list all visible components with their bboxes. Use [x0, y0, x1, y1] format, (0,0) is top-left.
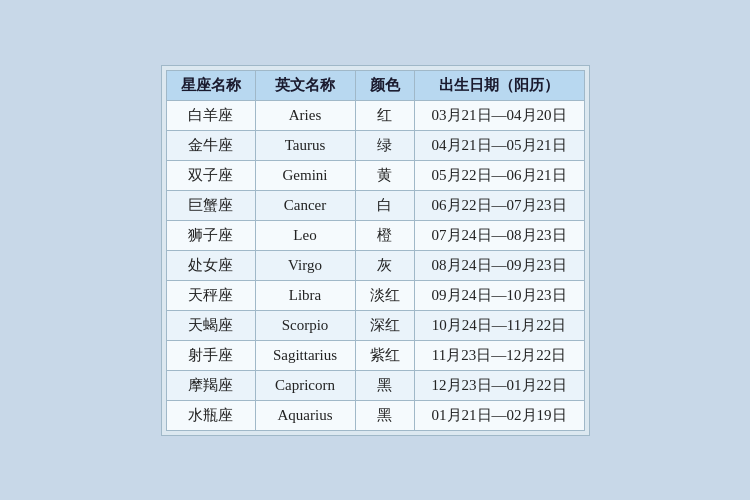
dates-cell: 01月21日—02月19日 [414, 400, 584, 430]
chinese-name-cell: 天秤座 [166, 280, 255, 310]
english-name-cell: Gemini [255, 160, 355, 190]
color-cell: 白 [355, 190, 414, 220]
table-row: 巨蟹座Cancer白06月22日—07月23日 [166, 190, 584, 220]
chinese-name-cell: 狮子座 [166, 220, 255, 250]
table-row: 天秤座Libra淡红09月24日—10月23日 [166, 280, 584, 310]
zodiac-table-container: 星座名称 英文名称 颜色 出生日期（阳历） 白羊座Aries红03月21日—04… [161, 65, 590, 436]
color-cell: 红 [355, 100, 414, 130]
dates-cell: 07月24日—08月23日 [414, 220, 584, 250]
table-body: 白羊座Aries红03月21日—04月20日金牛座Taurus绿04月21日—0… [166, 100, 584, 430]
dates-cell: 06月22日—07月23日 [414, 190, 584, 220]
english-name-cell: Taurus [255, 130, 355, 160]
chinese-name-cell: 处女座 [166, 250, 255, 280]
english-name-cell: Libra [255, 280, 355, 310]
zodiac-table: 星座名称 英文名称 颜色 出生日期（阳历） 白羊座Aries红03月21日—04… [166, 70, 585, 431]
dates-cell: 12月23日—01月22日 [414, 370, 584, 400]
color-cell: 紫红 [355, 340, 414, 370]
color-cell: 灰 [355, 250, 414, 280]
chinese-name-cell: 巨蟹座 [166, 190, 255, 220]
table-row: 金牛座Taurus绿04月21日—05月21日 [166, 130, 584, 160]
chinese-name-cell: 天蝎座 [166, 310, 255, 340]
header-chinese-name: 星座名称 [166, 70, 255, 100]
english-name-cell: Cancer [255, 190, 355, 220]
header-dates: 出生日期（阳历） [414, 70, 584, 100]
color-cell: 深红 [355, 310, 414, 340]
color-cell: 绿 [355, 130, 414, 160]
english-name-cell: Scorpio [255, 310, 355, 340]
table-row: 天蝎座Scorpio深红10月24日—11月22日 [166, 310, 584, 340]
table-row: 狮子座Leo橙07月24日—08月23日 [166, 220, 584, 250]
table-row: 射手座Sagittarius紫红11月23日—12月22日 [166, 340, 584, 370]
dates-cell: 11月23日—12月22日 [414, 340, 584, 370]
dates-cell: 09月24日—10月23日 [414, 280, 584, 310]
chinese-name-cell: 白羊座 [166, 100, 255, 130]
english-name-cell: Aquarius [255, 400, 355, 430]
english-name-cell: Leo [255, 220, 355, 250]
table-row: 摩羯座Capricorn黑12月23日—01月22日 [166, 370, 584, 400]
english-name-cell: Aries [255, 100, 355, 130]
dates-cell: 10月24日—11月22日 [414, 310, 584, 340]
dates-cell: 03月21日—04月20日 [414, 100, 584, 130]
chinese-name-cell: 双子座 [166, 160, 255, 190]
dates-cell: 04月21日—05月21日 [414, 130, 584, 160]
table-row: 双子座Gemini黄05月22日—06月21日 [166, 160, 584, 190]
color-cell: 黑 [355, 400, 414, 430]
table-header-row: 星座名称 英文名称 颜色 出生日期（阳历） [166, 70, 584, 100]
color-cell: 黄 [355, 160, 414, 190]
color-cell: 橙 [355, 220, 414, 250]
table-row: 处女座Virgo灰08月24日—09月23日 [166, 250, 584, 280]
color-cell: 淡红 [355, 280, 414, 310]
color-cell: 黑 [355, 370, 414, 400]
english-name-cell: Sagittarius [255, 340, 355, 370]
chinese-name-cell: 金牛座 [166, 130, 255, 160]
header-english-name: 英文名称 [255, 70, 355, 100]
chinese-name-cell: 射手座 [166, 340, 255, 370]
chinese-name-cell: 水瓶座 [166, 400, 255, 430]
chinese-name-cell: 摩羯座 [166, 370, 255, 400]
table-row: 白羊座Aries红03月21日—04月20日 [166, 100, 584, 130]
english-name-cell: Virgo [255, 250, 355, 280]
table-row: 水瓶座Aquarius黑01月21日—02月19日 [166, 400, 584, 430]
dates-cell: 08月24日—09月23日 [414, 250, 584, 280]
english-name-cell: Capricorn [255, 370, 355, 400]
dates-cell: 05月22日—06月21日 [414, 160, 584, 190]
header-color: 颜色 [355, 70, 414, 100]
